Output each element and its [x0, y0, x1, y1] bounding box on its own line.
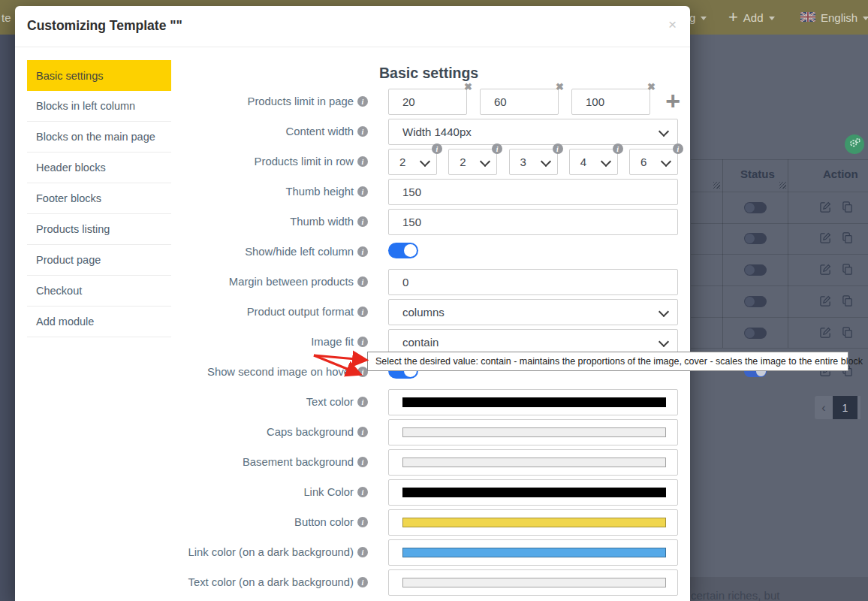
color-input[interactable]	[388, 479, 678, 506]
sidebar-item[interactable]: Product page	[27, 245, 171, 276]
info-icon[interactable]: i	[357, 216, 368, 227]
field-label-text: Button color	[294, 516, 354, 528]
text-input[interactable]: 150	[388, 209, 678, 235]
sidebar-item[interactable]: Footer blocks	[27, 183, 171, 214]
field-label-text: Thumb width	[290, 216, 354, 228]
text-input[interactable]: 150	[388, 179, 678, 205]
plus-icon: +	[728, 10, 738, 25]
sidebar-item[interactable]: Add module	[27, 307, 171, 337]
table-row-divider	[691, 254, 868, 255]
form-row: Link color (on a dark background)i	[185, 539, 678, 569]
sidebar-item[interactable]: Blocks on the main page	[27, 122, 171, 153]
edit-icon	[820, 295, 831, 310]
info-icon[interactable]: i	[357, 276, 368, 287]
chevron-down-icon	[540, 156, 550, 167]
sidebar-item[interactable]: Blocks in left column	[27, 91, 171, 122]
copy-icon	[842, 201, 853, 216]
limit-input[interactable]: 100	[571, 89, 650, 115]
info-icon[interactable]: i	[492, 143, 502, 154]
remove-icon[interactable]: ✖	[647, 81, 656, 92]
field-label: Link color (on a dark background)i	[185, 546, 368, 558]
sidebar-item[interactable]: Products listing	[27, 214, 171, 245]
topbar-language-menu: English	[800, 0, 868, 35]
select-field[interactable]: 3	[509, 149, 558, 175]
row-actions	[820, 327, 853, 341]
sidebar-item[interactable]: Header blocks	[27, 153, 171, 183]
info-icon[interactable]: i	[357, 577, 368, 587]
limit-input[interactable]: 20	[388, 89, 467, 115]
remove-icon[interactable]: ✖	[556, 81, 564, 92]
info-icon[interactable]: i	[357, 96, 368, 107]
color-input[interactable]	[388, 509, 678, 536]
sidebar-item[interactable]: Basic settings	[27, 60, 171, 91]
color-swatch	[402, 578, 666, 587]
info-icon[interactable]: i	[357, 457, 368, 467]
info-icon[interactable]: i	[553, 143, 563, 154]
copy-icon	[842, 264, 853, 278]
info-icon[interactable]: i	[357, 126, 368, 137]
info-icon[interactable]: i	[357, 246, 368, 257]
info-icon[interactable]: i	[357, 517, 368, 527]
column-resize-handle	[713, 182, 720, 189]
info-icon[interactable]: i	[673, 143, 683, 154]
form-row: Text colori	[185, 389, 678, 419]
toggle-switch[interactable]	[388, 243, 418, 258]
info-icon[interactable]: i	[357, 307, 368, 317]
color-swatch	[402, 488, 666, 497]
text-input[interactable]: 0	[388, 269, 678, 295]
remove-icon[interactable]: ✖	[464, 81, 472, 92]
chevron-down-icon	[659, 126, 669, 137]
select-value: 4	[580, 156, 586, 168]
topbar-right-fragment-text: g	[689, 11, 695, 24]
field-label: Text colori	[185, 396, 368, 408]
limit-input[interactable]: 60	[480, 89, 559, 115]
field-label: Thumb widthi	[185, 216, 368, 228]
table-header-action: Action	[823, 168, 858, 180]
info-icon[interactable]: i	[357, 397, 368, 407]
close-icon[interactable]: ×	[668, 17, 677, 33]
background-left-sidebar-strip	[0, 35, 15, 601]
info-icon[interactable]: i	[613, 143, 623, 154]
field-control	[388, 539, 678, 566]
color-swatch	[402, 458, 666, 467]
topbar-left-menu-fragment: te	[2, 0, 11, 35]
select-field[interactable]: 4	[569, 149, 618, 175]
info-icon[interactable]: i	[357, 156, 368, 167]
color-input[interactable]	[388, 539, 678, 566]
add-value-button[interactable]: +	[665, 88, 680, 113]
select-field[interactable]: 2	[448, 149, 497, 175]
field-label: Margin between productsi	[185, 276, 368, 288]
field-control: 0	[388, 269, 678, 295]
color-swatch	[402, 548, 666, 557]
limit-select-wrap: 4i	[569, 149, 618, 175]
table-row-divider	[691, 348, 868, 349]
info-icon[interactable]: i	[357, 547, 368, 557]
color-swatch	[402, 427, 666, 437]
field-label: Content widthi	[185, 125, 368, 137]
color-input[interactable]	[388, 449, 678, 476]
field-label-text: Basement background	[243, 456, 354, 468]
color-input[interactable]	[388, 419, 678, 445]
form-row: Margin between productsi0	[185, 269, 678, 299]
select-value: 2	[460, 156, 466, 168]
field-label-text: Content width	[286, 125, 354, 137]
select-field[interactable]: columns	[388, 299, 678, 325]
info-icon[interactable]: i	[432, 143, 442, 154]
select-field[interactable]: Width 1440px	[388, 119, 678, 145]
table-row-divider	[691, 317, 868, 318]
select-field[interactable]: 2	[388, 149, 437, 175]
toggle-knob	[745, 234, 755, 243]
color-input[interactable]	[388, 389, 678, 415]
info-icon[interactable]: i	[357, 186, 368, 197]
sidebar-item[interactable]: Checkout	[27, 276, 171, 307]
color-input[interactable]	[388, 569, 678, 596]
field-label-text: Link color (on a dark background)	[188, 546, 354, 558]
table-row-divider	[691, 159, 868, 160]
sidebar-item-label: Product page	[36, 254, 101, 266]
limit-select-wrap: 6i	[629, 149, 678, 175]
info-icon[interactable]: i	[357, 427, 368, 437]
toggle-knob	[404, 244, 417, 257]
info-icon[interactable]: i	[357, 487, 368, 497]
field-control	[388, 449, 678, 476]
select-field[interactable]: 6	[629, 149, 678, 175]
